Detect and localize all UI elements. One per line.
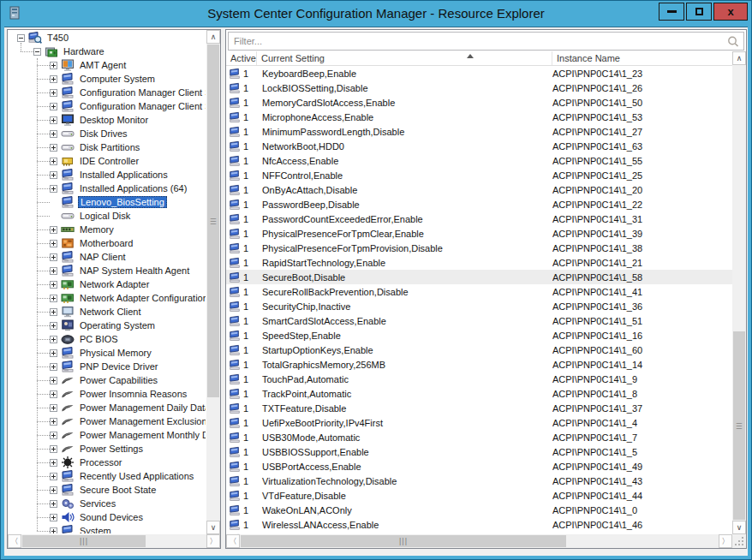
setting-row-startupoptionkeys[interactable]: 1StartupOptionKeys,EnableACPI\PNP0C14\1_… bbox=[226, 343, 732, 357]
cell-active: 1 bbox=[226, 242, 257, 254]
setting-row-touchpad[interactable]: 1TouchPad,AutomaticACPI\PNP0C14\1_9 bbox=[226, 372, 732, 386]
expand-icon[interactable] bbox=[50, 459, 57, 467]
list-hscroll-thumb[interactable]: ||| bbox=[241, 535, 566, 547]
expand-icon[interactable] bbox=[50, 75, 57, 83]
expand-icon[interactable] bbox=[50, 240, 57, 247]
setting-row-passwordcountexceedederror[interactable]: 1PasswordCountExceededError,EnableACPI\P… bbox=[226, 211, 732, 226]
expand-icon[interactable] bbox=[50, 514, 57, 521]
tree-item-hardware[interactable]: Hardware bbox=[9, 45, 206, 58]
expand-icon[interactable] bbox=[50, 363, 57, 371]
setting-row-uefipxebootpriority[interactable]: 1UefiPxeBootPriority,IPv4FirstACPI\PNP0C… bbox=[226, 415, 732, 430]
setting-row-wakeonlan[interactable]: 1WakeOnLAN,ACOnlyACPI\PNP0C14\1_0 bbox=[226, 503, 732, 517]
tree-item-system[interactable]: System bbox=[9, 524, 206, 533]
expand-icon[interactable] bbox=[50, 418, 57, 426]
setting-row-totalgraphicsmemory[interactable]: 1TotalGraphicsMemory,256MBACPI\PNP0C14\1… bbox=[226, 357, 732, 372]
setting-row-onbyacattach[interactable]: 1OnByAcAttach,DisableACPI\PNP0C14\1_20 bbox=[226, 182, 732, 197]
computer-icon bbox=[229, 97, 241, 109]
setting-row-lockbiossetting[interactable]: 1LockBIOSSetting,DisableACPI\PNP0C14\1_2… bbox=[226, 80, 732, 95]
setting-row-rapidstarttechnology[interactable]: 1RapidStartTechnology,EnableACPI\PNP0C14… bbox=[226, 255, 732, 270]
setting-row-usbbiossupport[interactable]: 1USBBIOSSupport,EnableACPI\PNP0C14\1_5 bbox=[226, 444, 732, 459]
collapse-icon[interactable] bbox=[17, 34, 25, 42]
setting-row-nffcontrol[interactable]: 1NFFControl,EnableACPI\PNP0C14\1_25 bbox=[226, 168, 732, 182]
resize-grip[interactable] bbox=[732, 534, 746, 548]
window-content: T450HardwareAMT AgentComputer SystemConf… bbox=[4, 27, 748, 556]
expand-icon[interactable] bbox=[50, 295, 57, 302]
setting-row-wirelesslanaccess[interactable]: 1WirelessLANAccess,EnableACPI\PNP0C14\1_… bbox=[226, 517, 732, 532]
scroll-up-icon[interactable]: ∧ bbox=[732, 51, 746, 65]
scroll-down-icon[interactable]: ∨ bbox=[732, 521, 746, 534]
expand-icon[interactable] bbox=[50, 500, 57, 508]
scroll-up-icon[interactable]: ∧ bbox=[206, 30, 220, 44]
setting-row-keyboardbeep[interactable]: 1KeyboardBeep,EnableACPI\PNP0C14\1_23 bbox=[226, 66, 732, 80]
setting-row-passwordbeep[interactable]: 1PasswordBeep,DisableACPI\PNP0C14\1_22 bbox=[226, 197, 732, 211]
column-header-current-setting[interactable]: Current Setting bbox=[257, 51, 552, 65]
column-header-instance-name[interactable]: Instance Name bbox=[552, 51, 732, 65]
list-vertical-scrollbar[interactable]: ∧ ─── ∨ bbox=[732, 51, 746, 534]
expand-icon[interactable] bbox=[50, 144, 57, 152]
expand-icon[interactable] bbox=[50, 473, 57, 480]
expand-icon[interactable] bbox=[50, 390, 57, 398]
expand-icon[interactable] bbox=[50, 432, 57, 439]
cell-current-setting: USBPortAccess,Enable bbox=[257, 462, 552, 472]
setting-row-trackpoint[interactable]: 1TrackPoint,AutomaticACPI\PNP0C14\1_8 bbox=[226, 386, 732, 401]
setting-row-speedstep[interactable]: 1SpeedStep,EnableACPI\PNP0C14\1_16 bbox=[226, 328, 732, 343]
setting-row-physicalpresencefortpmprovision[interactable]: 1PhysicalPresenceForTpmProvision,Disable… bbox=[226, 241, 732, 255]
scroll-down-icon[interactable]: ∨ bbox=[206, 521, 220, 534]
collapse-icon[interactable] bbox=[33, 48, 41, 56]
setting-row-txtfeature[interactable]: 1TXTFeature,DisableACPI\PNP0C14\1_37 bbox=[226, 401, 732, 415]
setting-row-physicalpresencefortpmclear[interactable]: 1PhysicalPresenceForTpmClear,EnableACPI\… bbox=[226, 226, 732, 241]
setting-row-securitychip[interactable]: 1SecurityChip,InactiveACPI\PNP0C14\1_36 bbox=[226, 299, 732, 313]
maximize-button[interactable] bbox=[686, 3, 712, 21]
setting-row-minimumpasswordlength[interactable]: 1MinimumPasswordLength,DisableACPI\PNP0C… bbox=[226, 124, 732, 139]
close-button[interactable]: x bbox=[713, 3, 748, 21]
column-header-active[interactable]: Active bbox=[226, 51, 257, 65]
expand-icon[interactable] bbox=[50, 130, 57, 138]
tree-vertical-scrollbar[interactable]: ∧ ─── ∨ bbox=[206, 30, 220, 534]
expand-icon[interactable] bbox=[50, 89, 57, 97]
expand-icon[interactable] bbox=[50, 253, 57, 261]
setting-row-vtdfeature[interactable]: 1VTdFeature,DisableACPI\PNP0C14\1_44 bbox=[226, 488, 732, 503]
setting-row-usb30mode[interactable]: 1USB30Mode,AutomaticACPI\PNP0C14\1_7 bbox=[226, 430, 732, 444]
scroll-left-icon[interactable]: 〈 bbox=[8, 534, 21, 548]
expand-icon[interactable] bbox=[50, 267, 57, 275]
list-vscroll-thumb[interactable]: ─── bbox=[733, 331, 745, 520]
expand-icon[interactable] bbox=[50, 308, 57, 316]
expand-icon[interactable] bbox=[50, 404, 57, 412]
expand-icon[interactable] bbox=[50, 226, 57, 234]
tree-hscroll-thumb[interactable]: ||| bbox=[22, 535, 146, 547]
resource-explorer-window: System Center Configuration Manager - Re… bbox=[0, 0, 752, 560]
expand-icon[interactable] bbox=[50, 445, 57, 453]
expand-icon[interactable] bbox=[50, 62, 57, 69]
expand-icon[interactable] bbox=[50, 336, 57, 343]
setting-row-microphoneaccess[interactable]: 1MicrophoneAccess,EnableACPI\PNP0C14\1_5… bbox=[226, 110, 732, 124]
expand-icon[interactable] bbox=[50, 281, 57, 289]
tree-horizontal-scrollbar[interactable]: 〈 ||| 〉 bbox=[8, 534, 220, 548]
filter-input[interactable]: Filter... bbox=[228, 32, 744, 51]
expand-icon[interactable] bbox=[50, 377, 57, 384]
setting-row-memorycardslotaccess[interactable]: 1MemoryCardSlotAccess,EnableACPI\PNP0C14… bbox=[226, 95, 732, 110]
scroll-right-icon[interactable]: 〉 bbox=[206, 534, 220, 548]
setting-row-usbportaccess[interactable]: 1USBPortAccess,EnableACPI\PNP0C14\1_49 bbox=[226, 459, 732, 474]
expand-icon[interactable] bbox=[50, 527, 57, 534]
expand-icon[interactable] bbox=[50, 116, 57, 124]
expand-icon[interactable] bbox=[50, 171, 57, 179]
setting-row-securerollbackprevention[interactable]: 1SecureRollBackPrevention,DisableACPI\PN… bbox=[226, 284, 732, 299]
expand-icon[interactable] bbox=[50, 349, 57, 357]
scroll-right-icon[interactable]: 〉 bbox=[719, 534, 732, 548]
expand-icon[interactable] bbox=[50, 322, 57, 330]
scroll-left-icon[interactable]: 〈 bbox=[226, 534, 240, 548]
minimize-button[interactable] bbox=[659, 3, 684, 21]
expand-icon[interactable] bbox=[50, 486, 57, 494]
expand-icon[interactable] bbox=[50, 158, 57, 165]
setting-row-virtualizationtechnology[interactable]: 1VirtualizationTechnology,DisableACPI\PN… bbox=[226, 474, 732, 488]
list-horizontal-scrollbar[interactable]: 〈 ||| 〉 bbox=[226, 534, 732, 548]
expand-icon[interactable] bbox=[50, 103, 57, 110]
tree-item-t450[interactable]: T450 bbox=[9, 31, 206, 45]
setting-row-nfcaccess[interactable]: 1NfcAccess,EnableACPI\PNP0C14\1_55 bbox=[226, 153, 732, 168]
setting-row-smartcardslotaccess[interactable]: 1SmartCardSlotAccess,EnableACPI\PNP0C14\… bbox=[226, 313, 732, 328]
tree-vscroll-thumb[interactable]: ─── bbox=[207, 45, 219, 397]
active-value: 1 bbox=[243, 229, 248, 239]
expand-icon[interactable] bbox=[50, 185, 57, 193]
setting-row-secureboot[interactable]: 1SecureBoot,DisableACPI\PNP0C14\1_58 bbox=[226, 270, 732, 284]
setting-row-networkboot[interactable]: 1NetworkBoot,HDD0ACPI\PNP0C14\1_63 bbox=[226, 139, 732, 153]
